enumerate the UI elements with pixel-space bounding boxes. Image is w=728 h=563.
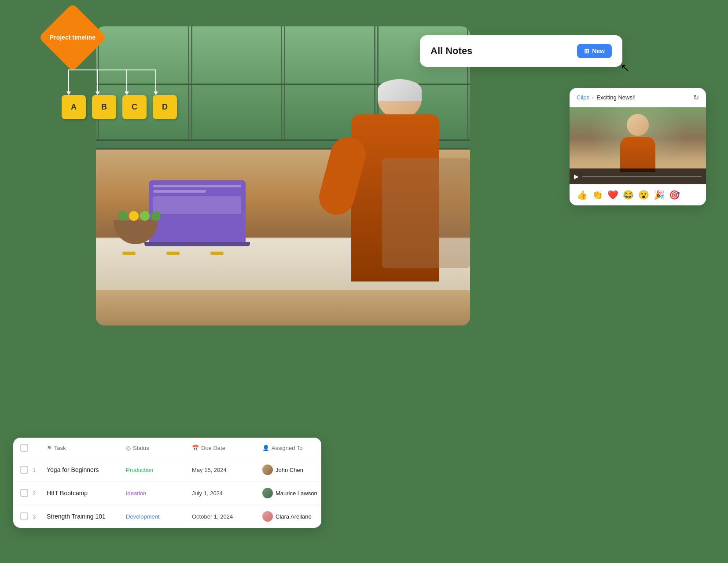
- fruit-2: [129, 211, 139, 221]
- flow-line-v-3: [126, 69, 127, 91]
- flow-node-c: C: [122, 95, 147, 119]
- flow-node-d: D: [153, 95, 177, 119]
- clip-reactions: 👍 👏 ❤️ 😂 😮 🎉 🎯: [570, 184, 706, 205]
- fruit-1: [118, 211, 128, 221]
- row3-task: Strength Training 101: [47, 513, 126, 520]
- bowl: [114, 220, 158, 244]
- header-due-date: 📅 Due Date: [192, 445, 262, 451]
- breadcrumb-clips[interactable]: Clips: [577, 94, 589, 101]
- table-header: ⚑ Task ◎ Status 📅 Due Date 👤 Assigned To: [13, 438, 321, 458]
- reaction-laugh[interactable]: 😂: [623, 190, 634, 200]
- laptop-base: [144, 242, 250, 246]
- header-task: ⚑ Task: [47, 445, 126, 451]
- table-row[interactable]: 2 HIIT Bootcamp Ideation July 1, 2024 Ma…: [13, 482, 321, 505]
- assigned-icon: 👤: [262, 445, 269, 451]
- flow-node-b: B: [92, 95, 116, 119]
- table-row[interactable]: 1 Yoga for Beginners Production May 15, …: [13, 458, 321, 482]
- row2-avatar: [262, 488, 273, 498]
- row2-due-date: July 1, 2024: [192, 490, 262, 497]
- header-checkbox[interactable]: [20, 444, 28, 452]
- reaction-target[interactable]: 🎯: [669, 190, 680, 200]
- task-icon: ⚑: [47, 445, 52, 451]
- arrow-1: [66, 91, 71, 95]
- table-row[interactable]: 3 Strength Training 101 Development Octo…: [13, 505, 321, 528]
- new-button[interactable]: ⊞ New: [577, 44, 612, 58]
- all-notes-title: All Notes: [430, 45, 472, 57]
- header-status-label: Status: [133, 445, 149, 451]
- row2-assignee: Maurice Lawson: [262, 488, 321, 498]
- row3-num: 3: [33, 513, 47, 520]
- fruits: [118, 211, 161, 221]
- row2-task: HIIT Bootcamp: [47, 490, 126, 497]
- header-assigned-to: 👤 Assigned To: [262, 445, 321, 451]
- header-status: ◎ Status: [126, 445, 192, 451]
- header-task-label: Task: [54, 445, 66, 451]
- all-notes-widget: All Notes ⊞ New: [420, 35, 622, 67]
- video-controls-bar: ▶: [570, 168, 706, 184]
- row1-checkbox[interactable]: [20, 466, 28, 474]
- fruit-3: [140, 211, 150, 221]
- fruit-bowl: [114, 220, 158, 244]
- flow-lines-vertical: [68, 69, 156, 91]
- row3-checkbox[interactable]: [20, 512, 28, 520]
- background-furniture: [382, 158, 470, 268]
- clip-video: ▶: [570, 107, 706, 184]
- reaction-thumbsup[interactable]: 👍: [577, 190, 588, 200]
- row1-task: Yoga for Beginners: [47, 466, 126, 473]
- new-button-label: New: [592, 48, 605, 55]
- header-due-date-label: Due Date: [201, 445, 225, 451]
- row3-due-date: October 1, 2024: [192, 513, 262, 520]
- row1-assignee-name: John Chen: [276, 467, 303, 473]
- reaction-wow[interactable]: 😮: [638, 190, 649, 200]
- new-button-icon: ⊞: [584, 48, 589, 55]
- flow-node-a: A: [62, 95, 86, 119]
- clip-breadcrumb: Clips › Exciting News!!: [577, 94, 636, 101]
- laptop-screen: [149, 180, 246, 242]
- row3-avatar: [262, 511, 273, 522]
- video-clip-widget: Clips › Exciting News!! ↻ ▶ 👍 👏 ❤️ 😂 😮 🎉…: [570, 88, 706, 205]
- refresh-icon[interactable]: ↻: [693, 93, 699, 102]
- cursor-icon: ↖: [621, 62, 629, 74]
- hair: [378, 79, 422, 101]
- header-assigned-label: Assigned To: [272, 445, 303, 451]
- row1-avatar: [262, 464, 273, 475]
- project-timeline-label: Project timeline: [50, 33, 96, 41]
- row2-num: 2: [33, 490, 47, 497]
- reaction-clap[interactable]: 👏: [592, 190, 603, 200]
- breadcrumb-title: Exciting News!!: [596, 94, 636, 101]
- clip-header: Clips › Exciting News!! ↻: [570, 88, 706, 107]
- reaction-heart[interactable]: ❤️: [607, 190, 618, 200]
- arrow-4: [154, 91, 158, 95]
- date-icon: 📅: [192, 445, 199, 451]
- flow-nodes: A B C D: [62, 95, 177, 119]
- window-pane-2: [191, 26, 283, 139]
- arrow-2: [96, 91, 100, 95]
- fruit-4: [151, 211, 161, 221]
- row1-num: 1: [33, 467, 47, 473]
- row3-assignee-name: Clara Arellano: [276, 513, 312, 520]
- video-thumbnail-person: [620, 114, 655, 171]
- reaction-celebrate[interactable]: 🎉: [654, 190, 665, 200]
- row3-status: Development: [126, 512, 192, 521]
- row1-status: Production: [126, 466, 192, 474]
- row2-checkbox[interactable]: [20, 489, 28, 497]
- flow-line-v-2: [97, 69, 98, 91]
- row3-assignee: Clara Arellano: [262, 511, 321, 522]
- arrow-3: [125, 91, 129, 95]
- project-timeline-widget: Project timeline A B C D: [44, 13, 97, 62]
- flow-line-v-1: [68, 69, 69, 91]
- row1-due-date: May 15, 2024: [192, 467, 262, 473]
- video-progress[interactable]: [582, 176, 702, 177]
- flow-line-v-4: [155, 69, 156, 91]
- breadcrumb-sep: ›: [592, 94, 594, 101]
- flowchart: A B C D: [44, 61, 176, 140]
- play-button[interactable]: ▶: [574, 173, 579, 180]
- row2-status: Ideation: [126, 489, 192, 497]
- laptop-line: [153, 185, 241, 187]
- task-table-widget: ⚑ Task ◎ Status 📅 Due Date 👤 Assigned To…: [13, 438, 321, 528]
- laptop-line-short: [153, 190, 206, 193]
- laptop-content: [149, 180, 246, 218]
- status-icon: ◎: [126, 445, 131, 451]
- laptop: [149, 180, 250, 246]
- row1-assignee: John Chen: [262, 464, 321, 475]
